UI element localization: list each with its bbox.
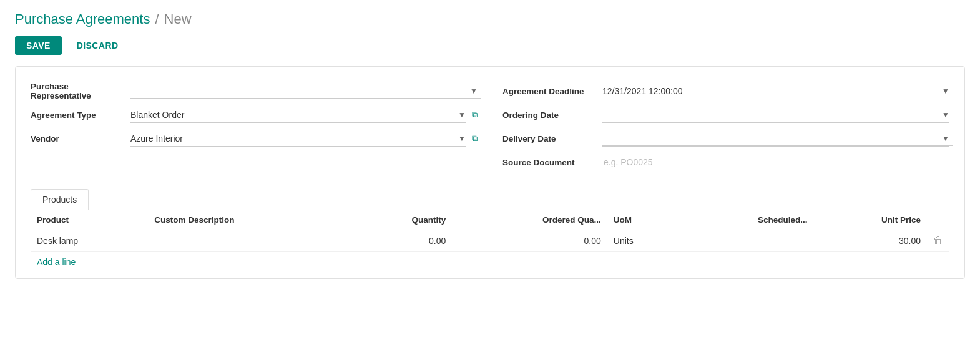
- agreement-type-dropdown-arrow[interactable]: ▼: [458, 110, 466, 119]
- table-row: Desk lamp 0.00 0.00 Units 30.00 🗑: [31, 230, 949, 252]
- agreement-deadline-label: Agreement Deadline: [502, 87, 602, 96]
- purchase-representative-input[interactable]: [130, 83, 481, 99]
- cell-quantity: 0.00: [350, 230, 452, 252]
- table-header: Product Custom Description Quantity Orde…: [31, 210, 949, 230]
- delete-icon[interactable]: 🗑: [933, 235, 943, 246]
- col-ordered-quantity: Ordered Qua...: [452, 210, 607, 230]
- col-scheduled: Scheduled...: [678, 210, 813, 230]
- agreement-type-value: Blanket Order: [130, 107, 469, 122]
- delivery-date-row: Delivery Date ▼: [502, 127, 949, 150]
- delivery-date-dropdown-arrow[interactable]: ▼: [942, 134, 949, 143]
- products-table: Product Custom Description Quantity Orde…: [31, 210, 949, 252]
- delivery-date-input[interactable]: [602, 130, 953, 146]
- cell-scheduled: [678, 230, 813, 252]
- agreement-deadline-select-wrapper[interactable]: 12/31/2021 12:00:00 ▼: [602, 84, 949, 99]
- source-document-input[interactable]: [602, 155, 949, 170]
- ordering-date-input[interactable]: [602, 107, 953, 122]
- toolbar: SAVE DISCARD: [15, 36, 965, 55]
- cell-delete[interactable]: 🗑: [927, 230, 949, 252]
- breadcrumb-current: New: [164, 11, 192, 27]
- agreement-type-label: Agreement Type: [31, 110, 130, 120]
- breadcrumb-separator: /: [155, 11, 159, 27]
- agreement-type-row: Agreement Type Blanket Order ▼ ⧉: [31, 103, 478, 127]
- vendor-field: Azure Interior ▼ ⧉: [130, 131, 478, 147]
- source-document-row: Source Document: [502, 150, 949, 174]
- table-body: Desk lamp 0.00 0.00 Units 30.00 🗑: [31, 230, 949, 252]
- col-custom-description: Custom Description: [148, 210, 350, 230]
- vendor-external-link-icon[interactable]: ⧉: [472, 133, 478, 143]
- vendor-select-wrapper[interactable]: Azure Interior ▼: [130, 131, 466, 147]
- vendor-value: Azure Interior: [130, 131, 469, 146]
- cell-uom: Units: [607, 230, 678, 252]
- cell-unit-price: 30.00: [814, 230, 927, 252]
- agreement-deadline-dropdown-arrow[interactable]: ▼: [942, 87, 949, 95]
- form-section: PurchaseRepresentative ▼ Agreement Type …: [15, 66, 965, 279]
- ordering-date-label: Ordering Date: [502, 110, 602, 120]
- agreement-deadline-value: 12/31/2021 12:00:00: [602, 84, 953, 99]
- purchase-representative-select-wrapper[interactable]: ▼: [130, 83, 478, 99]
- form-left: PurchaseRepresentative ▼ Agreement Type …: [31, 79, 478, 174]
- purchase-representative-row: PurchaseRepresentative ▼: [31, 79, 478, 103]
- purchase-representative-label: PurchaseRepresentative: [31, 82, 130, 100]
- vendor-label: Vendor: [31, 134, 130, 143]
- delivery-date-field: ▼: [602, 130, 949, 147]
- agreement-deadline-row: Agreement Deadline 12/31/2021 12:00:00 ▼: [502, 79, 949, 103]
- breadcrumb-link[interactable]: Purchase Agreements: [15, 11, 150, 27]
- form-right: Agreement Deadline 12/31/2021 12:00:00 ▼…: [502, 79, 949, 174]
- cell-custom-description: [148, 230, 350, 252]
- source-document-field: [602, 155, 949, 170]
- ordering-date-select-wrapper[interactable]: ▼: [602, 107, 949, 123]
- add-line-link[interactable]: Add a line: [31, 252, 82, 272]
- purchase-representative-dropdown-arrow[interactable]: ▼: [470, 87, 478, 95]
- ordering-date-field: ▼: [602, 107, 949, 123]
- save-button[interactable]: SAVE: [15, 36, 62, 55]
- delivery-date-select-wrapper[interactable]: ▼: [602, 130, 949, 147]
- col-quantity: Quantity: [350, 210, 452, 230]
- ordering-date-row: Ordering Date ▼: [502, 103, 949, 127]
- agreement-type-select-wrapper[interactable]: Blanket Order ▼: [130, 107, 466, 123]
- delivery-date-label: Delivery Date: [502, 134, 602, 143]
- breadcrumb: Purchase Agreements / New: [15, 11, 965, 27]
- col-actions: [927, 210, 949, 230]
- col-unit-price: Unit Price: [814, 210, 927, 230]
- form-grid: PurchaseRepresentative ▼ Agreement Type …: [31, 79, 949, 174]
- col-uom: UoM: [607, 210, 678, 230]
- agreement-type-field: Blanket Order ▼ ⧉: [130, 107, 478, 123]
- cell-product[interactable]: Desk lamp: [31, 230, 148, 252]
- col-product: Product: [31, 210, 148, 230]
- purchase-representative-field: ▼: [130, 83, 478, 99]
- agreement-type-external-link-icon[interactable]: ⧉: [472, 110, 478, 120]
- tab-products[interactable]: Products: [31, 189, 89, 210]
- discard-button[interactable]: DISCARD: [68, 36, 127, 55]
- tabs-section: Products Product Custom Description Quan…: [31, 189, 949, 272]
- vendor-row: Vendor Azure Interior ▼ ⧉: [31, 127, 478, 150]
- source-document-label: Source Document: [502, 158, 602, 167]
- agreement-deadline-field: 12/31/2021 12:00:00 ▼: [602, 84, 949, 99]
- ordering-date-dropdown-arrow[interactable]: ▼: [942, 110, 949, 119]
- cell-ordered-quantity: 0.00: [452, 230, 607, 252]
- vendor-dropdown-arrow[interactable]: ▼: [458, 134, 466, 143]
- tabs-header: Products: [31, 189, 949, 210]
